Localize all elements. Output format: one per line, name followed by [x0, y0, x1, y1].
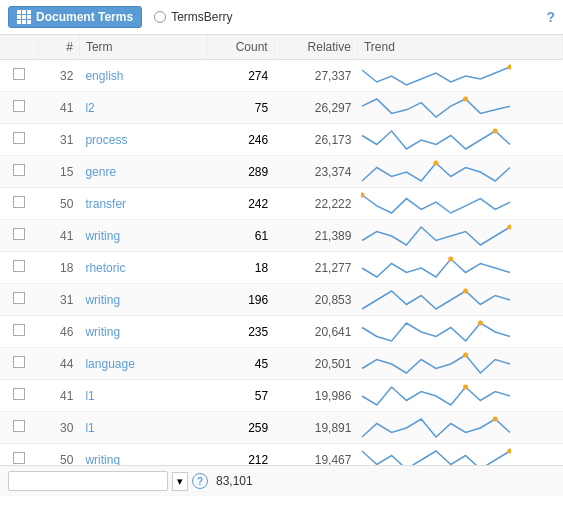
term-link[interactable]: rhetoric	[85, 261, 125, 275]
row-trend	[357, 188, 562, 220]
table-row: 32english27427,337	[0, 60, 563, 92]
table-row: 15genre28923,374	[0, 156, 563, 188]
row-term[interactable]: english	[79, 60, 207, 92]
row-term[interactable]: writing	[79, 444, 207, 466]
table-row: 30l125919,891	[0, 412, 563, 444]
dropdown-button[interactable]: ▾	[172, 472, 188, 491]
sparkline-svg	[361, 158, 511, 182]
row-term[interactable]: genre	[79, 156, 207, 188]
row-count: 259	[208, 412, 275, 444]
sparkline-svg	[361, 126, 511, 150]
row-count: 235	[208, 316, 275, 348]
row-num: 46	[38, 316, 79, 348]
table-row: 41l27526,297	[0, 92, 563, 124]
row-checkbox[interactable]	[13, 388, 25, 400]
table-row: 46writing23520,641	[0, 316, 563, 348]
row-checkbox-cell	[0, 220, 38, 252]
grid-icon	[17, 10, 31, 24]
table-row: 41writing6121,389	[0, 220, 563, 252]
row-checkbox[interactable]	[13, 132, 25, 144]
term-link[interactable]: genre	[85, 165, 116, 179]
terms-berry-label: TermsBerry	[171, 10, 232, 24]
sparkline-svg	[361, 254, 511, 278]
row-num: 32	[38, 60, 79, 92]
row-relative: 22,222	[274, 188, 357, 220]
document-terms-label: Document Terms	[36, 10, 133, 24]
table-container: # Term Count Relative Trend 32english274…	[0, 35, 563, 465]
row-trend	[357, 284, 562, 316]
table-row: 44language4520,501	[0, 348, 563, 380]
col-header-num[interactable]: #	[38, 35, 79, 60]
col-header-count[interactable]: Count	[208, 35, 275, 60]
row-checkbox-cell	[0, 252, 38, 284]
row-checkbox[interactable]	[13, 164, 25, 176]
row-checkbox[interactable]	[13, 196, 25, 208]
row-relative: 21,389	[274, 220, 357, 252]
search-input[interactable]	[8, 471, 168, 491]
row-relative: 21,277	[274, 252, 357, 284]
row-term[interactable]: l1	[79, 380, 207, 412]
term-link[interactable]: transfer	[85, 197, 126, 211]
col-header-relative[interactable]: Relative	[274, 35, 357, 60]
term-link[interactable]: writing	[85, 293, 120, 307]
sparkline-svg	[361, 382, 511, 406]
row-count: 274	[208, 60, 275, 92]
row-checkbox-cell	[0, 380, 38, 412]
term-link[interactable]: writing	[85, 325, 120, 339]
row-checkbox[interactable]	[13, 420, 25, 432]
terms-berry-option[interactable]: TermsBerry	[154, 10, 232, 24]
term-link[interactable]: english	[85, 69, 123, 83]
term-link[interactable]: writing	[85, 453, 120, 466]
row-trend	[357, 124, 562, 156]
row-checkbox[interactable]	[13, 324, 25, 336]
radio-button	[154, 11, 166, 23]
term-link[interactable]: l1	[85, 421, 94, 435]
row-trend	[357, 156, 562, 188]
row-term[interactable]: process	[79, 124, 207, 156]
row-relative: 19,891	[274, 412, 357, 444]
row-relative: 27,337	[274, 60, 357, 92]
row-checkbox[interactable]	[13, 100, 25, 112]
row-trend	[357, 60, 562, 92]
row-term[interactable]: language	[79, 348, 207, 380]
row-checkbox[interactable]	[13, 68, 25, 80]
row-count: 289	[208, 156, 275, 188]
help-icon[interactable]: ?	[546, 9, 555, 25]
table-row: 31process24626,173	[0, 124, 563, 156]
svg-point-1	[464, 97, 469, 102]
term-link[interactable]: l1	[85, 389, 94, 403]
row-term[interactable]: l1	[79, 412, 207, 444]
row-term[interactable]: writing	[79, 220, 207, 252]
row-term[interactable]: writing	[79, 316, 207, 348]
term-link[interactable]: writing	[85, 229, 120, 243]
row-term[interactable]: rhetoric	[79, 252, 207, 284]
row-checkbox-cell	[0, 60, 38, 92]
term-link[interactable]: language	[85, 357, 134, 371]
row-checkbox[interactable]	[13, 292, 25, 304]
row-term[interactable]: transfer	[79, 188, 207, 220]
row-num: 31	[38, 124, 79, 156]
row-relative: 23,374	[274, 156, 357, 188]
row-checkbox[interactable]	[13, 228, 25, 240]
svg-point-11	[493, 417, 498, 422]
footer-total: 83,101	[216, 474, 253, 488]
row-term[interactable]: writing	[79, 284, 207, 316]
footer-help-icon[interactable]: ?	[192, 473, 208, 489]
row-checkbox[interactable]	[13, 356, 25, 368]
document-terms-button[interactable]: Document Terms	[8, 6, 142, 28]
row-num: 41	[38, 92, 79, 124]
row-trend	[357, 252, 562, 284]
sparkline-svg	[361, 286, 511, 310]
row-relative: 26,297	[274, 92, 357, 124]
term-link[interactable]: process	[85, 133, 127, 147]
row-term[interactable]: l2	[79, 92, 207, 124]
row-checkbox[interactable]	[13, 260, 25, 272]
row-trend	[357, 316, 562, 348]
term-link[interactable]: l2	[85, 101, 94, 115]
row-count: 57	[208, 380, 275, 412]
row-trend	[357, 348, 562, 380]
row-checkbox[interactable]	[13, 452, 25, 464]
row-num: 44	[38, 348, 79, 380]
col-header-term[interactable]: Term	[79, 35, 207, 60]
row-count: 45	[208, 348, 275, 380]
